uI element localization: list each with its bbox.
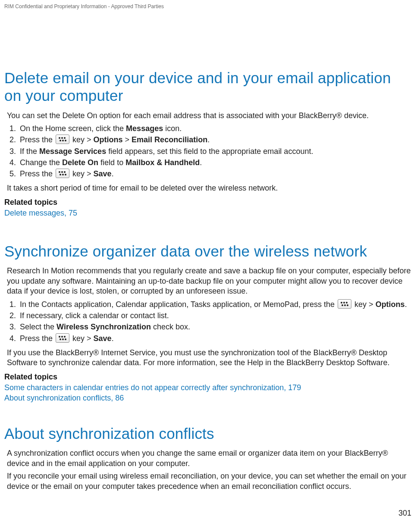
step-text: key > xyxy=(352,300,376,309)
step-text: On the Home screen, click the xyxy=(20,124,126,133)
svg-point-21 xyxy=(60,338,61,340)
svg-point-10 xyxy=(62,174,64,175)
step-bold: Email Reconciliation xyxy=(132,135,207,144)
svg-point-4 xyxy=(62,140,64,141)
body-paragraph: If you reconcile your email using wirele… xyxy=(7,471,411,491)
body-paragraph: A synchronization conflict occurs when y… xyxy=(7,448,411,469)
svg-point-3 xyxy=(60,140,61,141)
step-text: Press the xyxy=(20,169,55,178)
section-heading-delete-email: Delete email on your device and in your … xyxy=(4,69,411,105)
step-text: Press the xyxy=(20,135,55,144)
step-text: Select the xyxy=(20,322,56,331)
step-text: Change the xyxy=(20,158,62,167)
step-text: . xyxy=(112,169,114,178)
intro-text: Research In Motion recommends that you r… xyxy=(7,266,411,296)
svg-point-7 xyxy=(61,171,63,173)
related-link-delete-messages[interactable]: Delete messages, 75 xyxy=(4,208,411,218)
svg-point-6 xyxy=(59,171,60,173)
svg-point-17 xyxy=(347,304,348,306)
svg-point-1 xyxy=(61,137,63,139)
step-bold: Wireless Synchronization xyxy=(56,322,151,331)
list-item: On the Home screen, click the Messages i… xyxy=(18,123,411,134)
svg-point-23 xyxy=(65,338,66,340)
svg-point-13 xyxy=(343,302,345,304)
step-text: key > xyxy=(70,169,94,178)
step-bold: Save xyxy=(94,169,112,178)
step-bold: Mailbox & Handheld xyxy=(125,158,200,167)
step-text: Press the xyxy=(20,334,55,343)
svg-point-8 xyxy=(64,171,66,173)
step-text: field appears, set this field to the app… xyxy=(106,147,313,156)
list-item: Press the key > Save. xyxy=(18,169,411,179)
step-bold: Message Services xyxy=(39,147,106,156)
step-text: . xyxy=(200,158,202,167)
svg-point-15 xyxy=(342,304,343,306)
step-bold: Options xyxy=(94,135,123,144)
steps-list-delete-email: On the Home screen, click the Messages i… xyxy=(7,123,411,179)
step-bold: Delete On xyxy=(62,158,98,167)
spacer xyxy=(4,403,411,425)
svg-point-2 xyxy=(64,137,66,139)
page-content: Delete email on your device and in your … xyxy=(4,69,411,494)
related-topics-label: Related topics xyxy=(4,198,411,207)
step-bold: Save xyxy=(94,334,112,343)
step-text: key > xyxy=(70,135,94,144)
svg-point-18 xyxy=(59,336,60,338)
blackberry-menu-key-icon xyxy=(56,169,69,178)
svg-point-9 xyxy=(60,174,61,175)
step-text: field to xyxy=(98,158,125,167)
related-link-sync-conflicts[interactable]: About synchronization conflicts, 86 xyxy=(4,393,411,403)
note-text: It takes a short period of time for emai… xyxy=(7,183,411,193)
step-text: If the xyxy=(20,147,39,156)
step-text: > xyxy=(123,135,132,144)
list-item: In the Contacts application, Calendar ap… xyxy=(18,299,411,310)
steps-list-sync: In the Contacts application, Calendar ap… xyxy=(7,299,411,344)
svg-point-22 xyxy=(62,338,64,340)
step-bold: Messages xyxy=(126,124,163,133)
svg-point-12 xyxy=(341,302,342,304)
document-page: RIM Confidential and Proprietary Informa… xyxy=(0,0,420,529)
blackberry-menu-key-icon xyxy=(338,299,351,309)
list-item: If necessary, click a calendar or contac… xyxy=(18,310,411,321)
list-item: Press the key > Save. xyxy=(18,333,411,344)
step-text: . xyxy=(405,300,407,309)
list-item: Press the key > Options > Email Reconcil… xyxy=(18,135,411,145)
spacer xyxy=(4,218,411,242)
svg-point-16 xyxy=(344,304,346,306)
step-text: key > xyxy=(70,334,94,343)
step-text: . xyxy=(207,135,210,144)
svg-point-14 xyxy=(346,302,348,304)
svg-point-19 xyxy=(61,336,63,338)
related-topics-label: Related topics xyxy=(4,372,411,382)
list-item: Select the Wireless Synchronization chec… xyxy=(18,322,411,332)
confidential-header: RIM Confidential and Proprietary Informa… xyxy=(4,3,164,9)
step-text: icon. xyxy=(163,124,182,133)
svg-point-0 xyxy=(59,137,60,139)
blackberry-menu-key-icon xyxy=(56,333,69,343)
intro-text: You can set the Delete On option for eac… xyxy=(7,111,411,121)
svg-point-5 xyxy=(65,140,66,141)
page-number: 301 xyxy=(398,509,411,518)
step-text: . xyxy=(112,334,114,343)
section-heading-about-conflicts: About synchronization conflicts xyxy=(4,425,411,442)
related-link-calendar-chars[interactable]: Some characters in calendar entries do n… xyxy=(4,382,411,393)
step-text: In the Contacts application, Calendar ap… xyxy=(20,300,337,309)
list-item: If the Message Services field appears, s… xyxy=(18,146,411,157)
svg-point-11 xyxy=(65,174,66,175)
step-bold: Options xyxy=(376,300,405,309)
blackberry-menu-key-icon xyxy=(56,135,69,144)
note-text: If you use the BlackBerry® Internet Serv… xyxy=(7,348,411,368)
svg-point-20 xyxy=(64,336,66,338)
step-text: check box. xyxy=(151,322,190,331)
section-heading-sync-organizer: Synchronize organizer data over the wire… xyxy=(4,242,411,260)
list-item: Change the Delete On field to Mailbox & … xyxy=(18,157,411,168)
